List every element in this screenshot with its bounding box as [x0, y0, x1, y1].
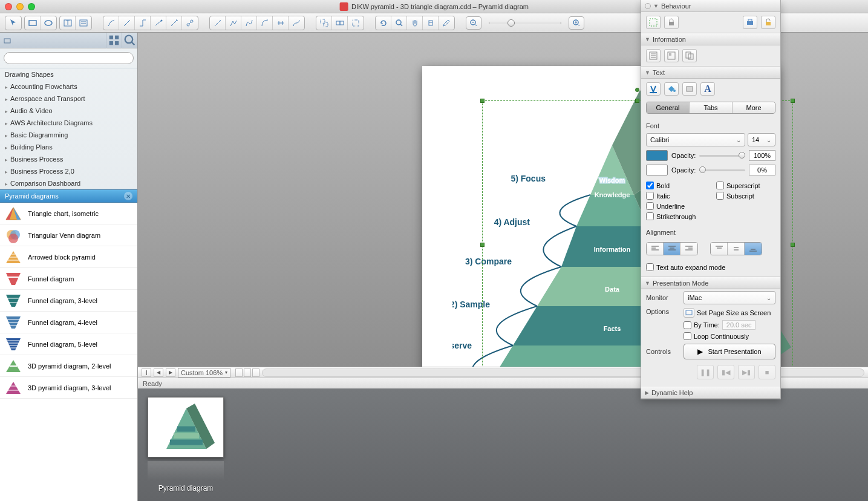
- library-search-button[interactable]: [122, 33, 137, 48]
- zoom-display[interactable]: Custom 106%▾: [178, 368, 230, 378]
- bg-opacity-slider[interactable]: [699, 169, 745, 171]
- align-left-button[interactable]: [647, 243, 664, 255]
- eyedropper-tool[interactable]: [423, 16, 439, 30]
- pagesize-checkbox[interactable]: Set Page Size as Screen: [684, 308, 775, 318]
- tab-general[interactable]: General: [647, 102, 690, 113]
- shape-item[interactable]: Funnel diagram, 4-level: [0, 312, 137, 333]
- view-btn-3[interactable]: [252, 368, 259, 377]
- start-presentation-button[interactable]: ▶Start Presentation: [684, 344, 775, 359]
- shape-item[interactable]: Funnel diagram, 5-level: [0, 333, 137, 355]
- library-category[interactable]: Audio & Video: [0, 105, 137, 117]
- zoom-slider[interactable]: [489, 22, 561, 24]
- text-color-swatch[interactable]: [646, 150, 668, 161]
- information-header[interactable]: ▼Information: [641, 33, 780, 45]
- tab-more[interactable]: More: [733, 102, 775, 113]
- shape-item[interactable]: 3D pyramid diagram, 3-level: [0, 377, 137, 399]
- library-category[interactable]: Business Process 2,0: [0, 165, 137, 177]
- auto-expand-checkbox[interactable]: Text auto expand mode: [646, 263, 725, 271]
- library-category[interactable]: Accounting Flowcharts: [0, 80, 137, 93]
- zoom-window-button[interactable]: [28, 3, 35, 10]
- text-opacity-value[interactable]: 100%: [749, 150, 775, 161]
- library-category[interactable]: Business Process: [0, 153, 137, 165]
- curve-tool[interactable]: [241, 16, 257, 30]
- loop-checkbox[interactable]: Loop Continuously: [684, 332, 775, 340]
- print-icon[interactable]: [743, 16, 757, 29]
- rect-tool[interactable]: [25, 16, 41, 30]
- pencil-tool[interactable]: [439, 16, 454, 30]
- pres-prev-button[interactable]: ▮◀: [717, 365, 734, 379]
- font-dialog-icon[interactable]: A: [700, 82, 715, 96]
- zoom-in-button[interactable]: [569, 16, 584, 30]
- valign-middle-button[interactable]: [728, 243, 745, 255]
- superscript-checkbox[interactable]: Superscript: [716, 182, 774, 189]
- bezier-tool[interactable]: [273, 16, 289, 30]
- arc-tool[interactable]: [257, 16, 273, 30]
- library-home-button[interactable]: [0, 34, 15, 47]
- behaviour-icon-1[interactable]: [646, 16, 661, 29]
- freehand-tool[interactable]: [289, 16, 304, 30]
- library-section-close-icon[interactable]: ✕: [124, 192, 132, 200]
- shape-item[interactable]: Triangular Venn diagram: [0, 224, 137, 246]
- text-tool[interactable]: T: [60, 16, 76, 30]
- library-section-header[interactable]: Pyramid diagrams ✕: [0, 189, 137, 203]
- library-grid-button[interactable]: [106, 33, 122, 48]
- subscript-checkbox[interactable]: Subscript: [716, 192, 774, 200]
- pres-pause-button[interactable]: ❚❚: [697, 365, 714, 379]
- shape-item[interactable]: Funnel diagram, 3-level: [0, 290, 137, 312]
- zoom-tool[interactable]: [391, 16, 407, 30]
- valign-top-button[interactable]: [711, 243, 728, 255]
- shape-item[interactable]: Funnel diagram: [0, 268, 137, 290]
- library-category[interactable]: Building Plans: [0, 141, 137, 153]
- font-size-select[interactable]: 14: [748, 133, 775, 146]
- text-rect-icon[interactable]: [682, 82, 697, 96]
- info-icon-2[interactable]: [664, 49, 679, 62]
- italic-checkbox[interactable]: Italic: [646, 192, 704, 200]
- connector-tool-2[interactable]: [119, 16, 135, 30]
- library-category[interactable]: Basic Diagramming: [0, 129, 137, 141]
- text-header[interactable]: ▼Text: [641, 67, 780, 79]
- close-window-button[interactable]: [5, 3, 12, 10]
- note-tool[interactable]: [76, 16, 91, 30]
- pres-mode-header[interactable]: ▼Presentation Mode: [641, 277, 780, 289]
- hand-tool[interactable]: [407, 16, 423, 30]
- behaviour-header[interactable]: ▼Behaviour: [641, 0, 780, 12]
- monitor-select[interactable]: iMac: [684, 291, 775, 304]
- bg-color-swatch[interactable]: [646, 165, 668, 175]
- valign-bottom-button[interactable]: [745, 243, 762, 255]
- bytime-checkbox[interactable]: By Time:20.0 sec: [684, 320, 775, 330]
- connector-tool-5[interactable]: [166, 16, 182, 30]
- page-first-button[interactable]: ‖: [142, 368, 151, 377]
- align-right-button[interactable]: [680, 243, 697, 255]
- group-tool-3[interactable]: [348, 16, 364, 30]
- strike-checkbox[interactable]: Strikethrough: [646, 212, 719, 220]
- text-opacity-slider[interactable]: [699, 155, 745, 157]
- text-fill-icon[interactable]: [664, 82, 679, 96]
- connector-tool-1[interactable]: [103, 16, 119, 30]
- library-category[interactable]: Aerospace and Transport: [0, 93, 137, 105]
- page-prev-button[interactable]: ◀: [154, 368, 163, 377]
- shape-item[interactable]: Triangle chart, isometric: [0, 203, 137, 224]
- connector-tool-6[interactable]: [182, 16, 198, 30]
- unlock-icon[interactable]: [761, 16, 775, 29]
- view-btn-1[interactable]: [235, 368, 243, 377]
- tab-tabs[interactable]: Tabs: [690, 102, 733, 113]
- pres-stop-button[interactable]: ■: [759, 365, 775, 379]
- text-color-icon[interactable]: [646, 82, 661, 96]
- ellipse-tool[interactable]: [41, 16, 56, 30]
- shape-item[interactable]: Arrowed block pyramid: [0, 246, 137, 268]
- minimize-window-button[interactable]: [16, 3, 24, 10]
- bold-checkbox[interactable]: Bold: [646, 182, 704, 189]
- lock-icon[interactable]: [664, 16, 679, 29]
- font-family-select[interactable]: Calibri: [646, 133, 745, 146]
- slide-thumbnail[interactable]: Pyramid diagram: [146, 397, 225, 493]
- info-icon-1[interactable]: [646, 49, 661, 62]
- zoom-out-button[interactable]: [466, 16, 481, 30]
- info-icon-3[interactable]: [682, 49, 697, 62]
- refresh-tool[interactable]: [376, 16, 391, 30]
- dynamic-help-header[interactable]: ▶Dynamic Help: [641, 387, 780, 399]
- connector-tool-3[interactable]: [135, 16, 151, 30]
- bg-opacity-value[interactable]: 0%: [749, 165, 775, 175]
- group-tool-1[interactable]: [316, 16, 332, 30]
- view-btn-2[interactable]: [244, 368, 251, 377]
- connector-tool-4[interactable]: [151, 16, 166, 30]
